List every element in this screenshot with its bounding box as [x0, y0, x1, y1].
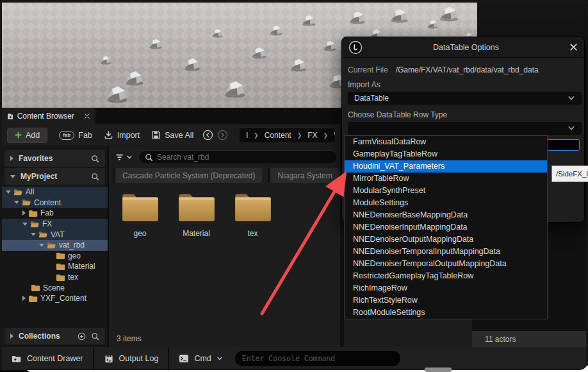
row-type-option[interactable]: RootModuleSettings: [345, 307, 547, 319]
tree-item-label: Fab: [40, 208, 54, 217]
asset-folder-material[interactable]: Material: [172, 191, 220, 238]
row-type-option[interactable]: NNEDenoiserOutputMappingData: [345, 233, 547, 246]
import-button[interactable]: Import: [104, 130, 140, 140]
content-drawer-button[interactable]: Content Drawer: [2, 347, 93, 370]
import-as-select[interactable]: DataTable: [348, 92, 582, 105]
breadcrumb-separator-icon: ❯: [254, 132, 259, 139]
row-type-option[interactable]: NNEDenoiserBaseMappingData: [345, 209, 547, 221]
tree-item-geo[interactable]: geo: [2, 251, 108, 262]
tree-item-all[interactable]: All: [2, 187, 108, 198]
content-browser-panel: Content Browser Add fab Fab Import: [2, 108, 340, 347]
project-header[interactable]: MyProject: [4, 168, 105, 185]
expand-right-icon[interactable]: [22, 296, 26, 301]
collections-label: Collections: [19, 332, 72, 341]
tree-item-vat[interactable]: VAT: [2, 229, 108, 240]
tree-item-label: VAT: [51, 230, 65, 239]
favorites-header[interactable]: Favorites: [4, 150, 105, 167]
current-file-row: Current File /Game/FX/VAT/vat_rbd/data/v…: [348, 65, 582, 74]
sources-sidebar: Favorites MyProject AllContentFabFXVATva…: [2, 146, 109, 347]
row-type-option[interactable]: ModularSynthPreset: [345, 185, 547, 197]
asset-search-input[interactable]: [157, 153, 331, 162]
tab-close-icon[interactable]: [84, 113, 90, 119]
breadcrumb-item[interactable]: VAT: [334, 131, 335, 140]
filter-button[interactable]: [113, 153, 135, 162]
expand-down-icon[interactable]: [22, 223, 28, 226]
forward-icon[interactable]: [217, 130, 228, 140]
cmd-label: Cmd: [194, 354, 211, 363]
tree-item-fx[interactable]: FX: [2, 219, 108, 230]
folder-big-icon: [233, 191, 273, 223]
back-icon[interactable]: [202, 130, 213, 140]
breadcrumb-item[interactable]: Content: [265, 131, 291, 140]
tree-item-material[interactable]: Material: [2, 261, 108, 272]
filter-chip[interactable]: Cascade Particle System (Deprecated): [113, 168, 262, 183]
breadcrumb-separator-icon: ❯: [297, 132, 302, 139]
row-type-option[interactable]: NNEDenoiserTemporalOutputMappingData: [345, 258, 547, 270]
dialog-titlebar[interactable]: DataTable Options: [342, 37, 584, 58]
collections-header[interactable]: Collections: [4, 328, 105, 344]
add-button[interactable]: Add: [7, 128, 47, 143]
row-type-option[interactable]: RichTextStyleRow: [345, 294, 547, 307]
expand-right-icon[interactable]: [10, 156, 13, 161]
row-type-option[interactable]: GameplayTagTableRow: [345, 148, 547, 160]
row-type-option[interactable]: NNEDenoiserInputMappingData: [345, 221, 547, 233]
save-all-button[interactable]: Save All: [151, 130, 193, 140]
tree-item-scene[interactable]: Scene: [2, 282, 108, 293]
row-type-label: Choose DataTable Row Type: [348, 110, 582, 119]
row-type-dropdown: FarmVisualDataRowGameplayTagTableRowHoud…: [344, 135, 548, 319]
row-type-option[interactable]: NNEDenoiserTemporalInputMappingData: [345, 246, 547, 258]
plus-icon: [15, 131, 22, 139]
import-as-value: DataTable: [354, 94, 568, 103]
breadcrumb-item[interactable]: FX: [307, 131, 317, 140]
row-type-option[interactable]: FarmVisualDataRow: [345, 136, 547, 148]
expand-down-icon[interactable]: [31, 233, 36, 236]
content-browser-toolbar: Add fab Fab Import Save All: [2, 124, 340, 146]
folder-tree: AllContentFabFXVATvat_rbdgeoMaterialtexS…: [2, 187, 108, 325]
chevron-down-icon: [568, 94, 575, 102]
tree-item-fab[interactable]: Fab: [2, 208, 108, 219]
search-icon[interactable]: [91, 155, 99, 163]
add-collection-icon[interactable]: [78, 332, 86, 341]
tab-content-browser[interactable]: Content Browser: [2, 108, 95, 124]
expand-down-icon[interactable]: [10, 175, 15, 178]
tree-item-yxf_content[interactable]: YXF_Content: [2, 293, 108, 304]
search-icon: [145, 153, 153, 162]
console-command-input[interactable]: [242, 354, 393, 363]
expand-right-icon[interactable]: [22, 210, 26, 216]
output-log-button[interactable]: Output Log: [94, 347, 168, 370]
row-type-option[interactable]: MirrorTableRow: [345, 173, 547, 185]
add-label: Add: [26, 131, 40, 140]
output-log-icon: [104, 354, 114, 364]
asset-folder-label: Material: [183, 229, 210, 238]
tree-item-vat_rbd[interactable]: vat_rbd: [2, 240, 108, 251]
asset-folder-tex[interactable]: tex: [229, 191, 277, 238]
row-type-option[interactable]: Houdini_VAT_Parameters: [345, 160, 547, 173]
asset-folder-geo[interactable]: geo: [116, 191, 164, 238]
row-type-option[interactable]: RestrictedGameplayTagTableRow: [345, 270, 547, 282]
search-icon[interactable]: [91, 332, 99, 341]
folder-closed-icon: [31, 283, 40, 292]
breadcrumb-item[interactable]: l: [246, 131, 248, 140]
folder-open-icon: [47, 241, 56, 249]
content-browser-icon: [7, 112, 13, 121]
console-command-box[interactable]: [235, 351, 400, 366]
save-all-icon: [151, 130, 161, 140]
expand-right-icon[interactable]: [10, 334, 13, 339]
fab-button[interactable]: fab Fab: [59, 131, 92, 140]
cmd-button[interactable]: Cmd: [169, 347, 232, 370]
expand-down-icon[interactable]: [39, 244, 44, 247]
dialog-close-icon[interactable]: [569, 43, 578, 51]
tree-item-label: Material: [68, 262, 95, 271]
tree-item-tex[interactable]: tex: [2, 272, 108, 283]
expand-down-icon[interactable]: [14, 201, 19, 204]
folder-closed-icon: [56, 273, 65, 282]
search-icon[interactable]: [91, 173, 99, 181]
row-type-option[interactable]: RichImageRow: [345, 282, 547, 294]
actors-count: 11 actors: [485, 335, 516, 344]
asset-search-box[interactable]: [138, 150, 338, 164]
filter-chip[interactable]: Niagara System: [268, 168, 339, 183]
row-type-select[interactable]: [348, 122, 582, 135]
row-type-option[interactable]: ModuleSettings: [345, 197, 547, 209]
expand-down-icon[interactable]: [6, 190, 11, 194]
tree-item-content[interactable]: Content: [2, 198, 108, 208]
